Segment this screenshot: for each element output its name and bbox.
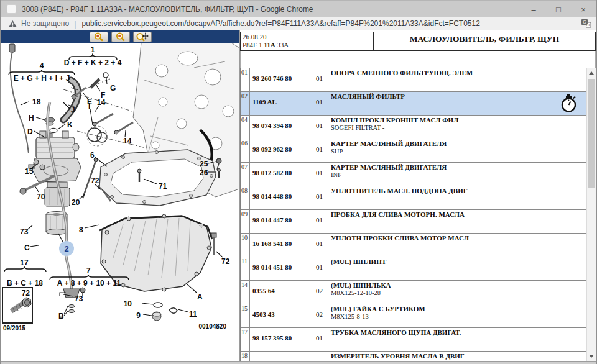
callout-group1-number: 1	[91, 45, 95, 54]
callout-9: 9	[136, 311, 141, 320]
callout-group17-formula: B + C + 18	[7, 279, 43, 288]
row-number: 17	[241, 328, 249, 351]
scrollbar-up-arrow-icon[interactable]	[587, 68, 596, 78]
callout-C: C	[24, 243, 30, 252]
zoom-out-button[interactable]	[111, 32, 130, 42]
title-bar: 3008 (P84E) - P84F 1 11A33A - МАСЛОУЛОВИ…	[1, 0, 596, 17]
row-number: 15	[241, 304, 249, 327]
row-number: 11	[241, 257, 249, 280]
part-description: КОМПЛ ПРОКЛ КРОНШТ МАСЛ ФИЛ	[331, 116, 586, 124]
security-label[interactable]: Не защищено	[21, 19, 69, 28]
part-description: (MUL) ШПИЛЬКА	[331, 281, 586, 289]
not-secure-warning-icon[interactable]	[9, 20, 17, 27]
maximize-button[interactable]: □	[546, 1, 571, 18]
table-row[interactable]: 02 1109 AL 01 МАСЛЯНЫЙ ФИЛЬТР	[241, 92, 586, 116]
zoom-in-button[interactable]	[90, 32, 108, 42]
callout-14b: 14	[123, 137, 132, 145]
part-number: 16 168 541 80	[249, 234, 312, 257]
document-ref-code: P84F 1 11A 33A	[243, 41, 371, 49]
table-row[interactable]: 10 16 168 541 80 01 УПЛОТН ПРОБКИ СЛИВА …	[241, 234, 586, 257]
row-number: 18	[241, 352, 249, 361]
row-number: 07	[241, 163, 249, 186]
description-cell: КАРТЕР МАСЛЯНЫЙ ДВИГАТЕЛЯ SUP	[328, 139, 586, 162]
table-row[interactable]: 14 0355 64 02 (MUL) ШПИЛЬКА M8X125-12-10…	[241, 281, 586, 304]
quantity: 01	[312, 68, 328, 91]
description-cell: УПЛОТН ПРОБКИ СЛИВА МОТОР МАСЛ	[328, 234, 586, 257]
row-number: 09	[241, 210, 249, 233]
part-number: 98 157 395 80	[249, 328, 312, 351]
part-number: 4503 43	[249, 304, 312, 327]
table-row[interactable]: 18 ИЗМЕРИТЕЛЬ УРОВНЯ МАСЛА В ДВИГ	[241, 352, 586, 361]
part-note: M8X125-8-13	[331, 313, 586, 321]
callout-18: 18	[32, 98, 41, 106]
callout-10: 10	[124, 299, 132, 308]
quantity: 01	[312, 328, 328, 351]
table-row[interactable]: 11 98 014 451 80 01 (MUL) ШПЛИНТ	[241, 257, 586, 281]
table-row[interactable]: 09 98 014 447 80 01 ПРОБКА ДЛЯ СЛИВА МОТ…	[241, 210, 586, 234]
zoom-pan-button[interactable]	[133, 32, 152, 42]
callout-72a: 72	[91, 176, 100, 185]
table-row[interactable]: 17 98 157 395 80 01 ТРУБКА МАСЛЯНОГО ЩУП…	[241, 328, 586, 352]
part-description: ИЗМЕРИТЕЛЬ УРОВНЯ МАСЛА В ДВИГ	[331, 352, 586, 360]
part-number: 98 014 451 80	[249, 257, 312, 280]
callout-25: 25	[200, 160, 208, 168]
table-row[interactable]: 06 98 092 962 80 01 КАРТЕР МАСЛЯНЫЙ ДВИГ…	[241, 139, 586, 163]
quantity: 02	[312, 281, 328, 304]
table-row[interactable]: 01 98 260 746 80 01 ОПОРА СМЕННОГО ФИЛЬТ…	[241, 68, 586, 92]
callout-A: A	[197, 293, 203, 301]
diagram-pane: 1 D + F + K + 2 + 4 4 E + G + H + I + J …	[1, 30, 240, 361]
callout-group7-number: 7	[86, 266, 91, 275]
row-number: 06	[241, 139, 249, 162]
part-number: 98 012 582 80	[249, 163, 312, 186]
page-favicon	[7, 4, 16, 14]
callout-72b: 72	[221, 257, 230, 266]
part-note: INF	[331, 171, 586, 179]
part-number	[249, 352, 312, 361]
quantity: 01	[312, 92, 328, 115]
quantity: 01	[312, 234, 328, 257]
part-number: 98 260 746 80	[249, 68, 312, 91]
svg-text:G: G	[583, 20, 586, 24]
diagram-toolbar	[1, 30, 239, 43]
callout-2-highlighted: 2	[64, 244, 68, 253]
part-description: МАСЛЯНЫЙ ФИЛЬТР	[331, 93, 586, 101]
table-row[interactable]: 08 98 014 448 80 01 УПЛОТНИТЕЛЬ МАСЛ. ПО…	[241, 186, 586, 210]
table-row[interactable]: 07 98 012 582 80 01 КАРТЕР МАСЛЯНЫЙ ДВИГ…	[241, 163, 586, 186]
address-separator: |	[74, 19, 76, 29]
table-row[interactable]: 04 98 074 394 80 01 КОМПЛ ПРОКЛ КРОНШТ М…	[241, 116, 586, 139]
row-number: 10	[241, 234, 249, 257]
table-scrollbar[interactable]	[586, 68, 596, 361]
diagram-canvas[interactable]: 1 D + F + K + 2 + 4 4 E + G + H + I + J …	[1, 43, 239, 361]
callout-73a: 73	[20, 227, 29, 236]
callout-group17-number: 17	[20, 258, 29, 267]
part-description: УПЛОТНИТЕЛЬ МАСЛ. ПОДДОНА ДВИГ	[331, 187, 586, 195]
description-cell: (MUL) ШПИЛЬКА M8X125-12-10-28	[328, 281, 586, 304]
description-cell: ИЗМЕРИТЕЛЬ УРОВНЯ МАСЛА В ДВИГ	[328, 352, 586, 361]
window-bottom-edge	[1, 361, 596, 364]
minimize-button[interactable]: –	[521, 1, 546, 18]
inset-number: 72	[22, 289, 30, 298]
callout-group7-formula: A + 8 + 9 + 10 + 11	[57, 279, 121, 288]
part-description: УПЛОТН ПРОБКИ СЛИВА МОТОР МАСЛ	[331, 234, 586, 242]
table-row[interactable]: 15 4503 43 02 (MUL) ГАЙКА С БУРТИКОМ M8X…	[241, 304, 586, 328]
parts-table-body: 01 98 260 746 80 01 ОПОРА СМЕННОГО ФИЛЬТ…	[240, 68, 586, 361]
part-number: 0355 64	[249, 281, 312, 304]
description-cell: МАСЛЯНЫЙ ФИЛЬТР	[328, 92, 586, 115]
translate-icon[interactable]: Gя	[581, 19, 591, 28]
description-cell: КОМПЛ ПРОКЛ КРОНШТ МАСЛ ФИЛ SOGEFI FILTR…	[328, 116, 586, 139]
callout-11: 11	[189, 310, 197, 319]
part-note: SUP	[331, 148, 586, 155]
part-note: SOGEFI FILTRAT -	[331, 124, 586, 132]
stopwatch-icon	[560, 94, 578, 116]
scrollbar-thumb[interactable]	[588, 79, 595, 188]
callout-H: H	[29, 114, 34, 122]
url-field[interactable]: public.servicebox.peugeot.com/docapvAP/a…	[82, 19, 576, 28]
callout-15: 15	[25, 167, 34, 176]
callout-B: B	[58, 312, 64, 321]
part-number: 98 014 447 80	[249, 210, 312, 233]
part-number: 1109 AL	[249, 92, 312, 115]
quantity: 01	[312, 210, 328, 233]
row-number: 14	[241, 281, 249, 304]
close-button[interactable]: ×	[571, 1, 596, 18]
scrollbar-down-arrow-icon[interactable]	[587, 351, 596, 361]
